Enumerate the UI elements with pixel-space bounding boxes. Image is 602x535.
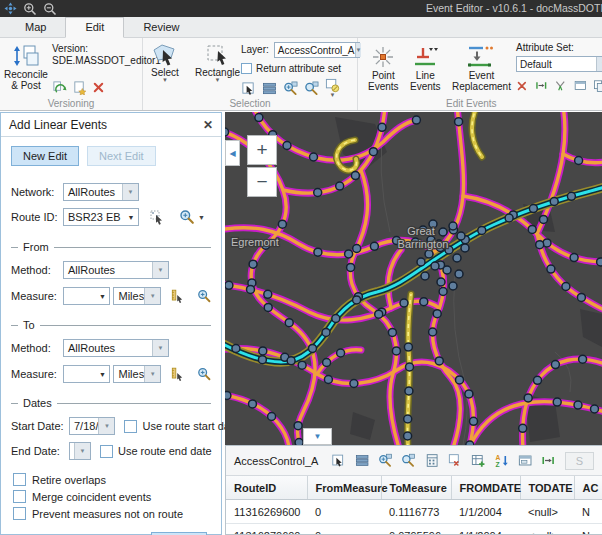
to-measure-combo-arrow[interactable]: ▼ bbox=[95, 371, 109, 378]
from-measure-zoom-icon[interactable] bbox=[197, 288, 211, 304]
from-method-select-arrow[interactable]: ▼ bbox=[152, 262, 168, 278]
zoom-to-selection-icon[interactable] bbox=[283, 81, 298, 96]
table-toolbar: AccessControl_A bbox=[226, 446, 602, 476]
route-zoom-icon[interactable] bbox=[179, 209, 195, 225]
retire-overlaps-checkbox[interactable] bbox=[13, 473, 26, 486]
rectangle-tool-icon bbox=[205, 43, 231, 67]
restore-version-icon[interactable] bbox=[52, 80, 67, 95]
attribute-window-icon[interactable] bbox=[518, 453, 532, 468]
col-tomeasure[interactable]: ToMeasure bbox=[381, 476, 451, 500]
split-event-icon[interactable] bbox=[516, 79, 528, 93]
line-events-button[interactable]: Line Events bbox=[410, 44, 441, 92]
copy-events-icon[interactable] bbox=[593, 78, 602, 93]
from-unit-select[interactable]: Miles ▼ bbox=[113, 287, 161, 305]
merge-coincident-checkbox[interactable] bbox=[13, 490, 26, 503]
map-canvas[interactable]: Egremont Great Barrington bbox=[225, 112, 602, 445]
zoom-out-icon[interactable] bbox=[43, 2, 57, 16]
prevent-measures-checkbox[interactable] bbox=[13, 507, 26, 520]
event-attributes-window-icon[interactable] bbox=[574, 78, 587, 93]
panel-title: Add Linear Events bbox=[9, 118, 107, 132]
new-version-icon[interactable] bbox=[72, 80, 87, 95]
table-row[interactable]: 11316270600 0 0.0795596 1/1/2004 <null> … bbox=[226, 524, 602, 535]
clear-table-selection-icon[interactable] bbox=[448, 453, 462, 468]
merge-events-icon[interactable] bbox=[535, 78, 548, 93]
col-todate[interactable]: TODATE bbox=[520, 476, 574, 500]
rectangle-dropdown-arrow[interactable]: ▼ bbox=[215, 78, 221, 83]
select-route-on-map-icon[interactable] bbox=[149, 209, 165, 225]
to-method-select-arrow[interactable]: ▼ bbox=[152, 340, 168, 356]
table-row[interactable]: 11316269600 0 0.1116773 1/1/2004 <null> … bbox=[226, 500, 602, 524]
sort-az-icon[interactable]: A Z bbox=[495, 453, 509, 468]
table-select-icon[interactable] bbox=[331, 453, 345, 468]
event-replacement-button[interactable]: Event Replacement bbox=[452, 44, 511, 92]
to-unit-select-arrow[interactable]: ▼ bbox=[144, 366, 160, 382]
table-zoom-selection-icon[interactable] bbox=[378, 453, 392, 468]
to-measure-combo[interactable]: ▼ bbox=[63, 365, 110, 383]
route-id-combo[interactable]: BSR23 EB ▼ bbox=[63, 208, 139, 226]
table-pan-selection-icon[interactable] bbox=[401, 453, 415, 468]
pan-icon[interactable] bbox=[4, 2, 17, 15]
to-method-select[interactable]: AllRoutes ▼ bbox=[63, 339, 169, 357]
select-rows-icon[interactable] bbox=[262, 81, 277, 96]
tab-map[interactable]: Map bbox=[6, 18, 65, 37]
attribute-set-select[interactable]: Default ▼ bbox=[516, 56, 602, 72]
table-measure-icon[interactable] bbox=[541, 453, 555, 468]
select-by-shape-icon[interactable] bbox=[241, 81, 256, 96]
network-select[interactable]: AllRoutes ▼ bbox=[63, 183, 139, 201]
select-dropdown-arrow[interactable]: ▼ bbox=[162, 78, 168, 83]
from-measure-combo-arrow[interactable]: ▼ bbox=[95, 293, 109, 300]
select-button[interactable]: Select ▼ bbox=[151, 43, 179, 83]
zoom-in-icon[interactable] bbox=[23, 2, 37, 16]
new-edit-button[interactable]: New Edit bbox=[11, 146, 79, 166]
map-zoom-in-button[interactable]: + bbox=[247, 135, 277, 165]
group-label-selection: Selection bbox=[143, 98, 357, 109]
use-route-start-date-checkbox[interactable] bbox=[124, 420, 137, 433]
from-unit-select-arrow[interactable]: ▼ bbox=[144, 288, 160, 304]
map-zoom-out-button[interactable]: − bbox=[247, 167, 277, 197]
table-show-selected-icon[interactable] bbox=[355, 453, 369, 468]
col-fromdate[interactable]: FROMDATE bbox=[451, 476, 520, 500]
collapse-panel-left-tab[interactable]: ◀ bbox=[225, 140, 240, 166]
event-replacement-icon bbox=[466, 44, 496, 70]
start-date-input[interactable]: 7/18/ ▼ bbox=[69, 417, 115, 435]
collapse-table-down-tab[interactable]: ▼ bbox=[303, 428, 332, 445]
route-id-combo-arrow[interactable]: ▼ bbox=[124, 214, 138, 221]
rectangle-button[interactable]: Rectangle ▼ bbox=[195, 43, 240, 83]
from-method-select[interactable]: AllRoutes ▼ bbox=[63, 261, 169, 279]
col-routeid[interactable]: RouteID bbox=[226, 476, 307, 500]
from-measure-on-map-icon[interactable] bbox=[170, 288, 184, 304]
start-date-arrow[interactable]: ▼ bbox=[98, 418, 114, 434]
ribbon: Reconcile & Post Version: SDE.MASSDOT_ed… bbox=[0, 38, 602, 111]
clear-selection-button[interactable]: ▼ bbox=[325, 78, 340, 98]
map-label-barrington: Barrington bbox=[398, 238, 449, 250]
tab-edit[interactable]: Edit bbox=[65, 17, 124, 38]
to-unit-select[interactable]: Miles ▼ bbox=[113, 365, 161, 383]
end-date-input[interactable]: ▼ bbox=[69, 442, 91, 460]
merge-coincident-label: Merge coincident events bbox=[32, 491, 151, 503]
field-calculator-icon[interactable] bbox=[425, 453, 439, 468]
close-icon[interactable]: ✕ bbox=[203, 118, 213, 132]
network-select-arrow[interactable]: ▼ bbox=[122, 184, 138, 200]
col-frommeasure[interactable]: FromMeasure bbox=[307, 476, 381, 500]
col-ac[interactable]: AC bbox=[574, 476, 602, 500]
point-events-button[interactable]: Point Events bbox=[368, 44, 399, 92]
to-measure-label: Measure: bbox=[11, 368, 63, 380]
from-measure-combo[interactable]: ▼ bbox=[63, 287, 110, 305]
to-measure-zoom-icon[interactable] bbox=[197, 366, 211, 382]
attribute-set-select-arrow[interactable]: ▼ bbox=[596, 57, 602, 71]
to-measure-on-map-icon[interactable] bbox=[170, 366, 184, 382]
use-route-end-date-checkbox[interactable] bbox=[100, 445, 113, 458]
save-button[interactable]: S bbox=[565, 452, 594, 470]
delete-version-icon[interactable] bbox=[92, 81, 105, 94]
layer-select[interactable]: AccessControl_A ▼ bbox=[274, 42, 360, 58]
return-attribute-set-checkbox[interactable] bbox=[241, 63, 252, 74]
pan-to-selection-icon[interactable] bbox=[304, 81, 319, 96]
add-record-icon[interactable] bbox=[471, 453, 485, 468]
next-edit-button[interactable]: Next Edit bbox=[87, 146, 156, 166]
end-date-arrow[interactable]: ▼ bbox=[74, 443, 90, 459]
route-zoom-dropdown-arrow[interactable]: ▼ bbox=[198, 215, 205, 220]
trim-event-icon[interactable] bbox=[554, 78, 567, 93]
start-date-label: Start Date: bbox=[11, 420, 69, 432]
tab-review[interactable]: Review bbox=[124, 18, 198, 37]
reconcile-post-button[interactable]: Reconcile & Post bbox=[4, 43, 48, 91]
